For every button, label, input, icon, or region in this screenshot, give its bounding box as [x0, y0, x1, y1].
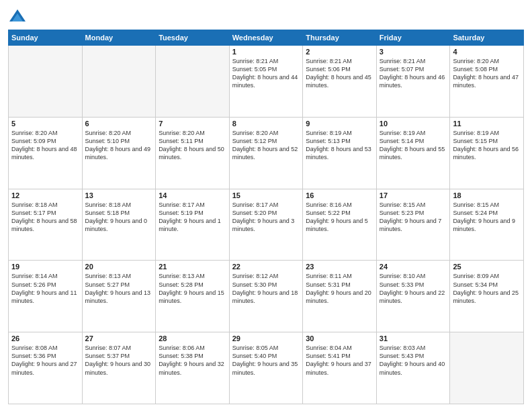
- calendar-cell: 26 Sunrise: 8:08 AMSunset: 5:36 PMDaylig…: [9, 332, 83, 404]
- cell-info: Sunrise: 8:12 AMSunset: 5:30 PMDaylight:…: [232, 273, 298, 304]
- calendar-cell: 13 Sunrise: 8:18 AMSunset: 5:18 PMDaylig…: [82, 189, 156, 261]
- calendar-body: 1 Sunrise: 8:21 AMSunset: 5:05 PMDayligh…: [9, 46, 524, 404]
- calendar-cell: 6 Sunrise: 8:20 AMSunset: 5:10 PMDayligh…: [82, 117, 156, 189]
- calendar-cell: 25 Sunrise: 8:09 AMSunset: 5:34 PMDaylig…: [450, 261, 524, 332]
- cell-info: Sunrise: 8:16 AMSunset: 5:22 PMDaylight:…: [306, 201, 368, 232]
- calendar-cell: 18 Sunrise: 8:15 AMSunset: 5:24 PMDaylig…: [450, 189, 524, 261]
- day-number: 2: [306, 48, 373, 56]
- calendar-cell: 29 Sunrise: 8:05 AMSunset: 5:40 PMDaylig…: [229, 332, 303, 404]
- cell-info: Sunrise: 8:17 AMSunset: 5:19 PMDaylight:…: [159, 201, 221, 232]
- day-number: 29: [232, 334, 300, 342]
- weekday-thursday: Thursday: [303, 30, 377, 46]
- calendar-cell: 12 Sunrise: 8:18 AMSunset: 5:17 PMDaylig…: [9, 189, 83, 261]
- day-number: 7: [159, 120, 226, 128]
- cell-info: Sunrise: 8:20 AMSunset: 5:08 PMDaylight:…: [453, 58, 519, 89]
- day-number: 17: [380, 191, 447, 199]
- weekday-header: SundayMondayTuesdayWednesdayThursdayFrid…: [9, 30, 524, 46]
- calendar-cell: 15 Sunrise: 8:17 AMSunset: 5:20 PMDaylig…: [229, 189, 303, 261]
- day-number: 20: [85, 263, 153, 271]
- cell-info: Sunrise: 8:15 AMSunset: 5:23 PMDaylight:…: [380, 201, 442, 232]
- cell-info: Sunrise: 8:17 AMSunset: 5:20 PMDaylight:…: [232, 201, 295, 232]
- week-row-4: 26 Sunrise: 8:08 AMSunset: 5:36 PMDaylig…: [9, 332, 524, 404]
- weekday-friday: Friday: [376, 30, 450, 46]
- calendar-cell: 9 Sunrise: 8:19 AMSunset: 5:13 PMDayligh…: [303, 117, 377, 189]
- calendar-cell: [450, 332, 524, 404]
- calendar-cell: 8 Sunrise: 8:20 AMSunset: 5:12 PMDayligh…: [229, 117, 303, 189]
- calendar-cell: 24 Sunrise: 8:10 AMSunset: 5:33 PMDaylig…: [376, 261, 450, 332]
- calendar-cell: 5 Sunrise: 8:20 AMSunset: 5:09 PMDayligh…: [9, 117, 83, 189]
- cell-info: Sunrise: 8:20 AMSunset: 5:09 PMDaylight:…: [11, 130, 77, 161]
- cell-info: Sunrise: 8:04 AMSunset: 5:41 PMDaylight:…: [306, 345, 371, 375]
- cell-info: Sunrise: 8:21 AMSunset: 5:05 PMDaylight:…: [232, 58, 298, 89]
- calendar-cell: 2 Sunrise: 8:21 AMSunset: 5:06 PMDayligh…: [303, 46, 377, 118]
- weekday-monday: Monday: [82, 30, 156, 46]
- day-number: 26: [11, 334, 79, 342]
- day-number: 8: [232, 120, 300, 128]
- header: [8, 7, 524, 26]
- day-number: 5: [11, 120, 79, 128]
- day-number: 9: [306, 120, 373, 128]
- day-number: 27: [85, 334, 153, 342]
- calendar-cell: 3 Sunrise: 8:21 AMSunset: 5:07 PMDayligh…: [376, 46, 450, 118]
- calendar-cell: 22 Sunrise: 8:12 AMSunset: 5:30 PMDaylig…: [229, 261, 303, 332]
- calendar-cell: 19 Sunrise: 8:14 AMSunset: 5:26 PMDaylig…: [9, 261, 83, 332]
- calendar: SundayMondayTuesdayWednesdayThursdayFrid…: [8, 30, 524, 404]
- calendar-cell: 27 Sunrise: 8:07 AMSunset: 5:37 PMDaylig…: [82, 332, 156, 404]
- weekday-tuesday: Tuesday: [156, 30, 230, 46]
- cell-info: Sunrise: 8:09 AMSunset: 5:34 PMDaylight:…: [453, 273, 519, 304]
- week-row-2: 12 Sunrise: 8:18 AMSunset: 5:17 PMDaylig…: [9, 189, 524, 261]
- cell-info: Sunrise: 8:13 AMSunset: 5:28 PMDaylight:…: [159, 273, 224, 304]
- day-number: 19: [11, 263, 79, 271]
- cell-info: Sunrise: 8:20 AMSunset: 5:10 PMDaylight:…: [85, 130, 151, 161]
- calendar-cell: 23 Sunrise: 8:11 AMSunset: 5:31 PMDaylig…: [303, 261, 377, 332]
- day-number: 10: [380, 120, 447, 128]
- cell-info: Sunrise: 8:05 AMSunset: 5:40 PMDaylight:…: [232, 345, 298, 375]
- page: SundayMondayTuesdayWednesdayThursdayFrid…: [0, 0, 532, 411]
- day-number: 12: [11, 191, 79, 199]
- cell-info: Sunrise: 8:19 AMSunset: 5:14 PMDaylight:…: [380, 130, 445, 161]
- day-number: 23: [306, 263, 373, 271]
- cell-info: Sunrise: 8:10 AMSunset: 5:33 PMDaylight:…: [380, 273, 445, 304]
- weekday-wednesday: Wednesday: [229, 30, 303, 46]
- day-number: 13: [85, 191, 153, 199]
- day-number: 16: [306, 191, 373, 199]
- weekday-sunday: Sunday: [9, 30, 83, 46]
- calendar-cell: 14 Sunrise: 8:17 AMSunset: 5:19 PMDaylig…: [156, 189, 230, 261]
- cell-info: Sunrise: 8:08 AMSunset: 5:36 PMDaylight:…: [11, 345, 77, 375]
- calendar-cell: 11 Sunrise: 8:19 AMSunset: 5:15 PMDaylig…: [450, 117, 524, 189]
- day-number: 22: [232, 263, 300, 271]
- cell-info: Sunrise: 8:15 AMSunset: 5:24 PMDaylight:…: [453, 201, 515, 232]
- cell-info: Sunrise: 8:14 AMSunset: 5:26 PMDaylight:…: [11, 273, 77, 304]
- day-number: 15: [232, 191, 300, 199]
- day-number: 4: [453, 48, 521, 56]
- cell-info: Sunrise: 8:06 AMSunset: 5:38 PMDaylight:…: [159, 345, 224, 375]
- day-number: 6: [85, 120, 153, 128]
- cell-info: Sunrise: 8:13 AMSunset: 5:27 PMDaylight:…: [85, 273, 151, 304]
- calendar-cell: 17 Sunrise: 8:15 AMSunset: 5:23 PMDaylig…: [376, 189, 450, 261]
- day-number: 14: [159, 191, 226, 199]
- calendar-cell: 4 Sunrise: 8:20 AMSunset: 5:08 PMDayligh…: [450, 46, 524, 118]
- weekday-saturday: Saturday: [450, 30, 524, 46]
- day-number: 1: [232, 48, 300, 56]
- cell-info: Sunrise: 8:07 AMSunset: 5:37 PMDaylight:…: [85, 345, 151, 375]
- cell-info: Sunrise: 8:03 AMSunset: 5:43 PMDaylight:…: [380, 345, 445, 375]
- day-number: 31: [380, 334, 447, 342]
- cell-info: Sunrise: 8:20 AMSunset: 5:12 PMDaylight:…: [232, 130, 298, 161]
- day-number: 24: [380, 263, 447, 271]
- day-number: 21: [159, 263, 226, 271]
- day-number: 25: [453, 263, 521, 271]
- day-number: 28: [159, 334, 226, 342]
- cell-info: Sunrise: 8:11 AMSunset: 5:31 PMDaylight:…: [306, 273, 371, 304]
- calendar-cell: 1 Sunrise: 8:21 AMSunset: 5:05 PMDayligh…: [229, 46, 303, 118]
- day-number: 18: [453, 191, 521, 199]
- day-number: 30: [306, 334, 373, 342]
- calendar-cell: 28 Sunrise: 8:06 AMSunset: 5:38 PMDaylig…: [156, 332, 230, 404]
- calendar-cell: 16 Sunrise: 8:16 AMSunset: 5:22 PMDaylig…: [303, 189, 377, 261]
- cell-info: Sunrise: 8:21 AMSunset: 5:06 PMDaylight:…: [306, 58, 371, 89]
- week-row-3: 19 Sunrise: 8:14 AMSunset: 5:26 PMDaylig…: [9, 261, 524, 332]
- calendar-cell: 31 Sunrise: 8:03 AMSunset: 5:43 PMDaylig…: [376, 332, 450, 404]
- calendar-cell: [82, 46, 156, 118]
- calendar-cell: 30 Sunrise: 8:04 AMSunset: 5:41 PMDaylig…: [303, 332, 377, 404]
- cell-info: Sunrise: 8:21 AMSunset: 5:07 PMDaylight:…: [380, 58, 445, 89]
- logo-icon: [8, 7, 27, 26]
